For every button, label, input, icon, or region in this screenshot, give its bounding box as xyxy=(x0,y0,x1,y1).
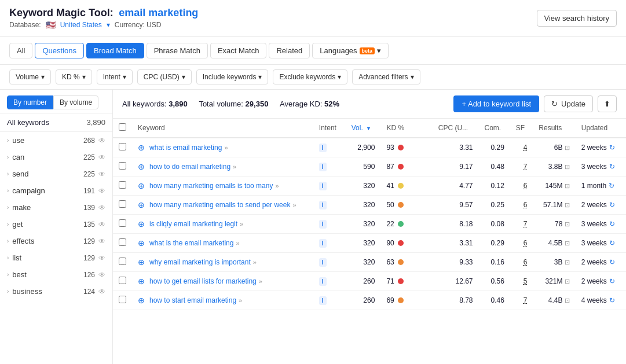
by-volume-button[interactable]: By volume xyxy=(53,95,98,109)
row-checkbox-cell[interactable] xyxy=(113,138,132,157)
refresh-icon[interactable]: ↻ xyxy=(609,201,615,209)
row-checkbox[interactable] xyxy=(119,277,126,284)
eye-icon[interactable]: 👁 xyxy=(98,237,105,245)
keyword-link[interactable]: ⊕ how many marketing emails is too many … xyxy=(138,181,307,190)
refresh-icon[interactable]: ↻ xyxy=(609,144,615,152)
cpc-filter[interactable]: CPC (USD) ▾ xyxy=(137,69,192,84)
keyword-link[interactable]: ⊕ how to get email lists for marketing » xyxy=(138,277,307,286)
refresh-icon[interactable]: ↻ xyxy=(609,277,615,285)
tab-exact-match[interactable]: Exact Match xyxy=(210,43,267,58)
exclude-keywords-filter[interactable]: Exclude keywords ▾ xyxy=(273,69,347,84)
sf-value[interactable]: 6 xyxy=(524,201,528,209)
sf-value[interactable]: 4 xyxy=(524,144,528,152)
keyword-link[interactable]: ⊕ what is the email marketing » xyxy=(138,238,307,248)
row-checkbox[interactable] xyxy=(119,219,126,227)
sf-cell: 7 xyxy=(510,215,533,234)
eye-icon[interactable]: 👁 xyxy=(98,153,105,161)
by-number-button[interactable]: By number xyxy=(7,95,53,109)
eye-icon[interactable]: 👁 xyxy=(98,170,105,178)
sf-value[interactable]: 7 xyxy=(524,163,528,171)
row-checkbox[interactable] xyxy=(119,162,126,170)
keyword-link[interactable]: ⊕ how many marketing emails to send per … xyxy=(138,200,307,209)
row-checkbox[interactable] xyxy=(119,143,126,150)
sf-value[interactable]: 6 xyxy=(524,239,528,247)
keyword-link[interactable]: ⊕ why email marketing is important » xyxy=(138,258,307,267)
row-checkbox-cell[interactable] xyxy=(113,291,132,310)
country-link[interactable]: United States xyxy=(60,21,102,29)
row-checkbox-cell[interactable] xyxy=(113,234,132,253)
intent-filter[interactable]: Intent ▾ xyxy=(97,69,133,84)
sf-value[interactable]: 7 xyxy=(524,296,528,304)
chevron-down-icon[interactable]: ▾ xyxy=(107,21,110,29)
view-history-button[interactable]: View search history xyxy=(537,10,617,27)
row-checkbox-cell[interactable] xyxy=(113,272,132,291)
row-checkbox[interactable] xyxy=(119,258,126,265)
select-all-header[interactable] xyxy=(113,119,132,138)
keyword-link[interactable]: ⊕ how to do email marketing » xyxy=(138,162,307,171)
sidebar-item[interactable]: › best 126 👁 xyxy=(0,266,112,283)
row-checkbox[interactable] xyxy=(119,200,126,208)
eye-icon[interactable]: 👁 xyxy=(98,288,105,296)
row-checkbox-cell[interactable] xyxy=(113,157,132,177)
eye-icon[interactable]: 👁 xyxy=(98,271,105,279)
sidebar-item[interactable]: › business 124 👁 xyxy=(0,283,112,300)
export-button[interactable]: ⬆ xyxy=(598,95,617,112)
com-cell: 0.16 xyxy=(478,253,510,272)
kd-cell: 71 xyxy=(380,272,432,291)
tab-questions[interactable]: Questions xyxy=(35,43,84,58)
volume-filter[interactable]: Volume ▾ xyxy=(9,69,51,84)
sidebar-item[interactable]: › send 225 👁 xyxy=(0,166,112,182)
sf-value[interactable]: 5 xyxy=(524,277,528,285)
add-to-keyword-list-button[interactable]: + Add to keyword list xyxy=(453,95,539,112)
keyword-link[interactable]: ⊕ is cliqly email marketing legit » xyxy=(138,219,307,229)
include-keywords-filter[interactable]: Include keywords ▾ xyxy=(196,69,269,84)
update-button[interactable]: ↻ Update xyxy=(544,95,593,112)
tab-broad-match[interactable]: Broad Match xyxy=(86,43,144,58)
sidebar-item[interactable]: › campaign 191 👁 xyxy=(0,182,112,199)
select-all-checkbox[interactable] xyxy=(119,123,126,131)
sidebar-item[interactable]: › use 268 👁 xyxy=(0,132,112,149)
sidebar-item[interactable]: › get 135 👁 xyxy=(0,216,112,233)
refresh-icon[interactable]: ↻ xyxy=(609,296,615,304)
keyword-link[interactable]: ⊕ how to start email marketing » xyxy=(138,296,307,305)
row-checkbox-cell[interactable] xyxy=(113,177,132,196)
eye-icon[interactable]: 👁 xyxy=(98,204,105,212)
advanced-filters-button[interactable]: Advanced filters ▾ xyxy=(352,69,420,84)
eye-icon[interactable]: 👁 xyxy=(98,137,105,145)
sidebar-item[interactable]: › effects 129 👁 xyxy=(0,233,112,249)
keyword-link[interactable]: ⊕ what is email marketing » xyxy=(138,143,307,152)
sf-value[interactable]: 6 xyxy=(524,258,528,266)
vol-header[interactable]: Vol. ▼ xyxy=(346,119,381,138)
row-checkbox-cell[interactable] xyxy=(113,253,132,272)
tab-all[interactable]: All xyxy=(9,43,32,58)
com-header: Com. xyxy=(478,119,510,138)
refresh-icon[interactable]: ↻ xyxy=(609,163,615,171)
vol-cell: 320 xyxy=(346,215,381,234)
kd-filter[interactable]: KD % ▾ xyxy=(56,69,92,84)
sf-value[interactable]: 6 xyxy=(524,182,528,190)
keyword-cell: ⊕ what is email marketing » xyxy=(132,138,313,157)
row-checkbox[interactable] xyxy=(119,296,126,303)
eye-icon[interactable]: 👁 xyxy=(98,220,105,229)
refresh-icon[interactable]: ↻ xyxy=(609,182,614,190)
eye-icon[interactable]: 👁 xyxy=(98,254,105,262)
tab-phrase-match[interactable]: Phrase Match xyxy=(147,43,208,58)
row-checkbox[interactable] xyxy=(119,238,126,246)
refresh-icon[interactable]: ↻ xyxy=(609,258,615,266)
sf-value[interactable]: 7 xyxy=(524,220,528,228)
languages-button[interactable]: Languages beta ▾ xyxy=(312,43,389,58)
sidebar-item[interactable]: › list 129 👁 xyxy=(0,249,112,266)
expand-arrow-icon: › xyxy=(7,271,9,278)
sidebar-item[interactable]: › make 139 👁 xyxy=(0,199,112,216)
intent-badge: I xyxy=(319,220,327,229)
sidebar-item[interactable]: › can 225 👁 xyxy=(0,149,112,166)
sidebar-all-row: All keywords 3,890 xyxy=(0,113,112,132)
row-checkbox-cell[interactable] xyxy=(113,196,132,215)
eye-icon[interactable]: 👁 xyxy=(98,187,105,195)
tab-related[interactable]: Related xyxy=(269,43,310,58)
row-checkbox-cell[interactable] xyxy=(113,215,132,234)
refresh-icon[interactable]: ↻ xyxy=(609,220,615,228)
results-icon: ⊡ xyxy=(565,144,570,151)
refresh-icon[interactable]: ↻ xyxy=(609,239,615,247)
row-checkbox[interactable] xyxy=(119,181,126,189)
